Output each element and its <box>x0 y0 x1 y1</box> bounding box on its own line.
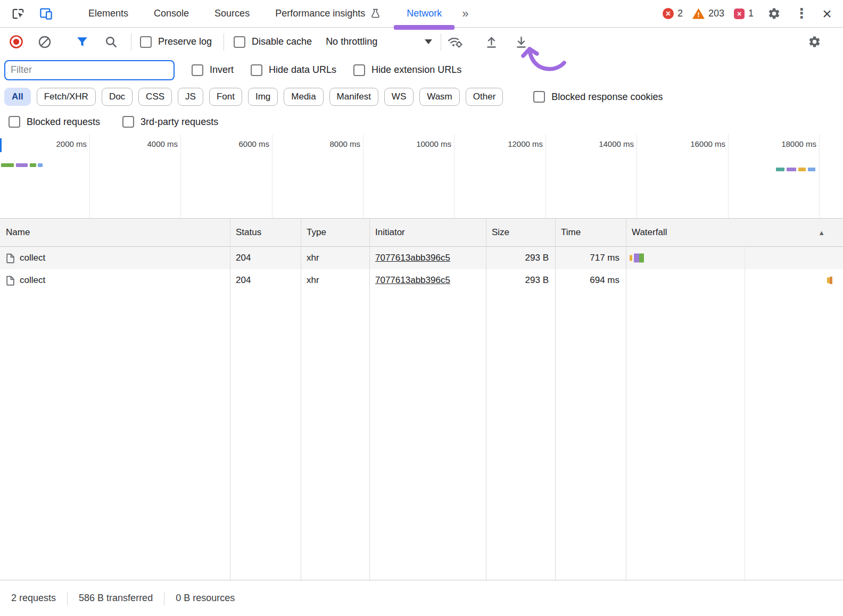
toolbar-divider <box>224 34 224 51</box>
throttling-select[interactable]: No throttling <box>326 36 432 47</box>
filter-chip-css[interactable]: CSS <box>138 88 172 106</box>
issue-count: 1 <box>748 8 754 19</box>
clear-network-log-button[interactable] <box>34 31 55 53</box>
network-conditions-icon[interactable] <box>444 31 466 53</box>
column-header-status[interactable]: Status <box>230 219 301 246</box>
dropdown-arrow-icon <box>425 39 432 44</box>
hide-extension-urls-checkbox[interactable]: Hide extension URLs <box>353 64 461 76</box>
column-header-waterfall[interactable]: Waterfall <box>626 219 843 246</box>
column-header-size[interactable]: Size <box>486 219 555 246</box>
filter-chip-doc[interactable]: Doc <box>102 88 133 106</box>
import-har-icon[interactable] <box>481 31 502 53</box>
network-toolbar: Preserve log Disable cache No throttling <box>0 28 843 56</box>
waterfall-bar <box>830 277 832 284</box>
filter-chip-manifest[interactable]: Manifest <box>329 88 378 106</box>
inspect-element-icon[interactable] <box>7 3 29 24</box>
initiator-link[interactable]: 7077613abb396c5 <box>369 275 486 286</box>
device-toolbar-icon[interactable] <box>35 3 56 24</box>
tab-performance-insights[interactable]: Performance insights <box>262 0 394 27</box>
initiator-link[interactable]: 7077613abb396c5 <box>369 253 486 263</box>
third-party-requests-checkbox[interactable]: 3rd-party requests <box>122 116 218 128</box>
blocked-response-cookies-checkbox[interactable]: Blocked response cookies <box>533 91 663 103</box>
request-size: 293 B <box>486 253 555 263</box>
warning-count-badge[interactable]: 203 <box>692 8 724 19</box>
request-status: 204 <box>230 275 301 286</box>
timeline-gridline <box>180 134 181 218</box>
record-network-log-button[interactable] <box>5 31 27 53</box>
column-header-type[interactable]: Type <box>301 219 369 246</box>
timeline-left-handle[interactable] <box>0 138 2 152</box>
column-header-name[interactable]: Name <box>0 219 230 246</box>
tab-network[interactable]: Network <box>394 0 454 27</box>
filter-chip-media[interactable]: Media <box>284 88 323 106</box>
filter-chip-other[interactable]: Other <box>466 88 503 106</box>
extra-filters-row: Blocked requests 3rd-party requests <box>0 110 843 134</box>
search-icon[interactable] <box>100 31 121 53</box>
checkbox-box <box>533 91 545 103</box>
request-row[interactable]: collect 204 xhr 7077613abb396c5 293 B 71… <box>0 247 843 269</box>
overview-activity-bar <box>808 168 815 171</box>
column-header-initiator[interactable]: Initiator <box>369 219 486 246</box>
checkbox-box <box>140 36 152 48</box>
settings-gear-icon[interactable] <box>763 3 784 24</box>
table-header-row: Name Status Type Initiator Size Time Wat… <box>0 219 843 247</box>
overview-activity-bar <box>798 168 806 171</box>
filter-chip-img[interactable]: Img <box>248 88 278 106</box>
waterfall-cell <box>626 269 843 292</box>
waterfall-cell <box>626 247 843 269</box>
filter-chip-wasm[interactable]: Wasm <box>419 88 460 106</box>
devtools-tab-strip: Elements Console Sources Performance ins… <box>76 0 476 27</box>
invert-checkbox[interactable]: Invert <box>192 64 234 76</box>
kebab-menu-icon[interactable]: ⋮ <box>794 3 809 24</box>
request-row[interactable]: collect 204 xhr 7077613abb396c5 293 B 69… <box>0 269 843 292</box>
tab-elements[interactable]: Elements <box>76 0 141 27</box>
purple-highlight-annotation <box>394 25 454 30</box>
overview-activity-bar <box>1 163 14 167</box>
network-settings-gear-icon[interactable] <box>804 31 825 53</box>
tabbar-left-icons <box>0 3 56 24</box>
tab-sources[interactable]: Sources <box>202 0 262 27</box>
checkbox-box <box>353 64 365 76</box>
more-tabs-button[interactable]: » <box>454 0 476 27</box>
filter-funnel-icon[interactable] <box>71 31 93 53</box>
timeline-gridline <box>363 134 363 218</box>
toolbar-divider <box>441 34 441 51</box>
preserve-log-checkbox[interactable]: Preserve log <box>140 36 212 48</box>
checkbox-box <box>251 64 262 76</box>
overview-activity-bar <box>787 168 796 171</box>
waterfall-bar <box>630 255 632 261</box>
blocked-requests-checkbox[interactable]: Blocked requests <box>9 116 100 128</box>
checkbox-box <box>192 64 203 76</box>
disable-cache-checkbox[interactable]: Disable cache <box>234 36 312 48</box>
filter-chip-fetch-xhr[interactable]: Fetch/XHR <box>37 88 96 106</box>
waterfall-bar <box>639 254 644 263</box>
tab-console[interactable]: Console <box>141 0 202 27</box>
filter-chip-all[interactable]: All <box>4 88 31 106</box>
filter-chip-font[interactable]: Font <box>209 88 242 106</box>
waterfall-gridline <box>745 247 745 580</box>
tab-network-label: Network <box>407 8 442 19</box>
tabbar-right-controls: 2 203 1 ⋮ × <box>663 3 843 24</box>
error-icon <box>663 8 674 19</box>
timeline-gridline <box>819 134 820 218</box>
column-header-time[interactable]: Time <box>555 219 626 246</box>
hide-data-urls-label: Hide data URLs <box>269 64 336 76</box>
request-name: collect <box>20 253 45 263</box>
overview-activity-bar <box>16 163 28 167</box>
filter-chip-js[interactable]: JS <box>178 88 203 106</box>
close-devtools-icon[interactable]: × <box>819 3 836 24</box>
network-overview-timeline[interactable]: 2000 ms 4000 ms 6000 ms 8000 ms 10000 ms… <box>0 134 843 219</box>
filter-chip-ws[interactable]: WS <box>384 88 414 106</box>
timeline-gridline <box>89 134 90 218</box>
hide-data-urls-checkbox[interactable]: Hide data URLs <box>251 64 336 76</box>
request-type-filters: All Fetch/XHR Doc CSS JS Font Img Media … <box>0 84 843 110</box>
transferred-size: 586 B transferred <box>79 593 153 604</box>
issues-count-badge[interactable]: 1 <box>734 8 754 19</box>
hide-extension-urls-label: Hide extension URLs <box>371 64 461 76</box>
tab-sources-label: Sources <box>214 8 250 19</box>
timeline-gridline <box>637 134 637 218</box>
export-har-icon[interactable] <box>510 31 532 53</box>
error-count-badge[interactable]: 2 <box>663 8 683 19</box>
filter-input[interactable] <box>5 61 173 79</box>
warning-icon <box>692 9 705 19</box>
